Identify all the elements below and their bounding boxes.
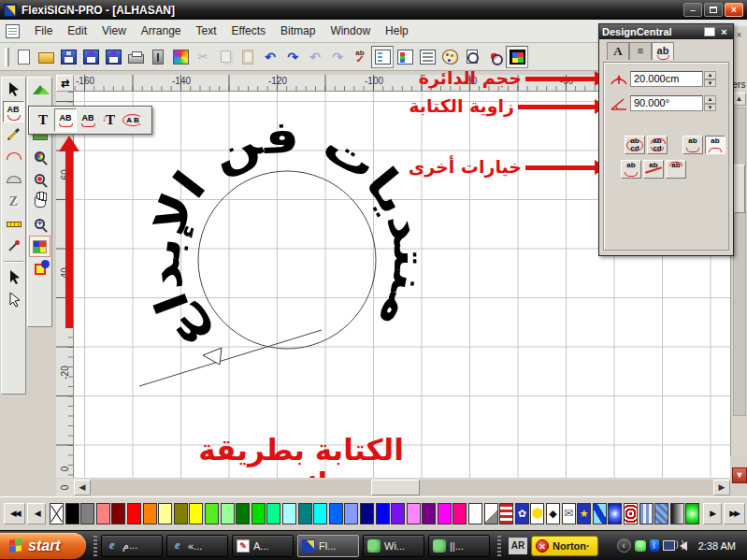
swatch-#ff88ff[interactable] [407,503,421,524]
angle-input[interactable]: 90.000° [630,95,703,111]
swatch-#800000[interactable] [111,503,125,524]
angle-spinner[interactable]: ▲▼ [704,95,716,111]
spin-down[interactable]: ▼ [704,79,716,88]
swatch-greenglow[interactable] [685,503,699,524]
zoom-red-tool[interactable] [29,168,50,190]
print-button[interactable] [124,46,147,68]
swatch-#ff0088[interactable] [453,503,467,524]
start-button[interactable]: start [0,533,86,559]
tray-collapse-icon[interactable]: ‹ [617,538,631,553]
horizontal-text-tool[interactable]: T [32,108,54,132]
swatch-#ff8080[interactable] [96,503,110,524]
ruler-origin-button[interactable]: ⇄ [56,75,74,92]
color-palette-button[interactable] [438,46,461,68]
effects-color-tool[interactable] [29,236,50,257]
zoom-to-selection-button[interactable] [483,46,506,68]
tab-paragraph[interactable]: ≡ [629,42,652,60]
language-indicator[interactable]: AR [509,538,527,554]
swatch-#7711ee[interactable] [391,503,405,524]
swatch-#ffff99[interactable] [158,503,172,524]
swatch-hstripes[interactable] [499,503,513,524]
eyedropper-tool[interactable] [3,236,24,257]
taskbar-grip[interactable] [93,536,97,556]
swatch-#007700[interactable] [236,503,250,524]
show-preview-button[interactable] [461,46,483,68]
undo-button[interactable]: ↶ [259,46,281,68]
paste-button[interactable] [237,46,259,68]
export-button[interactable] [102,46,124,68]
swatch-texture[interactable] [654,503,668,524]
zoom-in-tool[interactable]: + [29,213,50,235]
vertical-scroll-up-button[interactable]: ▲ [733,93,746,106]
messenger-tray-icon[interactable] [635,540,646,552]
swatch-diamond[interactable]: ◆ [546,503,560,524]
swatch-#00dd00[interactable] [251,503,266,524]
norton-button[interactable]: ✕ Norton· [531,536,598,556]
swatch-#808000[interactable] [174,503,188,524]
menu-text[interactable]: Text [189,22,224,40]
redo-button[interactable]: ↷ [281,46,304,68]
menu-view[interactable]: View [94,22,134,40]
swatch-#00ff88[interactable] [266,503,280,524]
import-button[interactable] [79,46,102,68]
radius-spinner[interactable]: ▲▼ [704,71,716,87]
rip-print-button[interactable] [169,46,192,68]
maximize-button[interactable] [704,3,723,17]
taskbar-grip[interactable] [497,536,501,556]
arc-edit-tool[interactable] [3,146,24,167]
volume-icon[interactable] [680,541,687,551]
vertical-scroll-thumb[interactable] [734,165,745,213]
swatch-vstripes[interactable] [639,503,654,524]
swatch-#808080[interactable] [80,503,94,524]
spin-up[interactable]: ▲ [704,95,716,104]
swatch-#0066ff[interactable] [329,503,343,524]
swatch-swoosh[interactable] [593,503,607,524]
new-document-button[interactable] [12,46,35,68]
open-button[interactable] [35,46,57,68]
scroll-right-button[interactable]: ▶ [713,480,730,495]
swatch-#0000ff[interactable] [376,503,390,524]
swatch-spiral[interactable] [624,503,638,524]
taskbar-button-[interactable]: ||... [428,535,490,557]
select-black-tool[interactable] [3,266,24,288]
arc-text-tool-2[interactable]: AB [77,108,99,132]
pan-tool[interactable] [29,191,50,212]
undo-2-button[interactable]: ↶ [304,46,326,68]
network-icon[interactable] [663,540,675,551]
color-mixer-button[interactable] [394,46,416,68]
horizontal-scroll-thumb[interactable] [371,480,420,495]
toolbar-grip[interactable] [5,48,9,66]
swatch-star[interactable]: ★ [577,503,591,524]
select-tool[interactable] [3,79,24,100]
taskbar-button-Fl[interactable]: Fl... [297,535,359,557]
horizontal-scrollbar[interactable] [91,480,713,495]
select-white-tool[interactable] [3,289,24,310]
swatch-#000088[interactable] [360,503,374,524]
cut-button[interactable]: ✂ [192,46,214,68]
color-specs-button[interactable] [506,46,528,68]
menu-bitmap[interactable]: Bitmap [273,22,323,40]
menu-window[interactable]: Window [323,22,378,40]
zoom-color-tool[interactable] [29,146,50,167]
swatch-hex[interactable] [530,503,544,524]
option-arc-above[interactable]: ab [666,160,686,179]
swatch-none[interactable] [50,503,64,524]
terrain-tool[interactable] [29,79,50,100]
swatch-flower[interactable]: ✿ [515,503,529,524]
swatch-gradient[interactable] [670,503,684,524]
cut-plot-button[interactable] [147,46,169,68]
swatch-#770088[interactable] [422,503,436,524]
swatch-#8899ff[interactable] [344,503,358,524]
design-central-toggle-button[interactable] [371,46,394,68]
text-on-arc-tool[interactable]: AB [3,101,24,122]
design-central-titlebar[interactable]: DesignCentral × [599,24,733,39]
taskbar-button-[interactable]: eم... [101,535,163,557]
swatch-#ff00ff[interactable] [438,503,452,524]
fill-stroke-editor-button[interactable] [416,46,438,68]
bluetooth-icon[interactable]: ᛒ [650,539,659,552]
swatch-#aaffff[interactable] [282,503,296,524]
close-button[interactable]: × [725,3,743,17]
guide-circle[interactable] [198,171,376,349]
vertical-text-tool[interactable]: ↓T [99,108,122,132]
save-button[interactable] [57,46,79,68]
